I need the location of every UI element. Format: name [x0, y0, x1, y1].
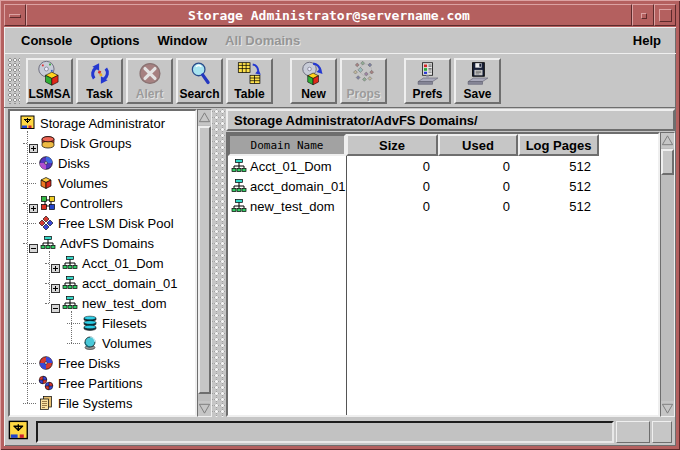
tree-connector [23, 403, 36, 404]
tree-item-volumes[interactable]: Volumes [10, 333, 195, 353]
expand-icon[interactable] [29, 139, 38, 148]
column-header-size[interactable]: Size [346, 134, 438, 156]
tree-scroll-track[interactable] [198, 125, 211, 401]
search-button[interactable]: Search [176, 58, 223, 104]
toolbar-group: LSMSATaskAlertSearchTable [26, 58, 276, 104]
tree-item-filesets[interactable]: Filesets [10, 313, 195, 333]
domain-name-cell: Acct_01_Dom [228, 158, 346, 174]
scroll-down-icon[interactable] [661, 401, 674, 416]
alert-button: Alert [126, 58, 173, 104]
menu-all-domains: All Domains [216, 30, 309, 51]
tree-item-controllers[interactable]: Controllers [10, 193, 195, 213]
tree-item-storage-administrator[interactable]: Storage Administrator [10, 113, 195, 133]
tree-item-free-partitions[interactable]: Free Partitions [10, 373, 195, 393]
tree-item-label: Disk Groups [60, 136, 132, 151]
breadcrumb-path: Storage Administrator/AdvFS Domains/ [226, 109, 675, 131]
domain-icon [231, 198, 247, 214]
domain-icon [231, 158, 247, 174]
tree-scrollbar[interactable] [197, 109, 212, 417]
used-cell: 0 [438, 199, 518, 214]
tree-item-disk-groups[interactable]: Disk Groups [10, 133, 195, 153]
log-pages-cell: 512 [518, 199, 599, 214]
table-row[interactable]: new_test_dom00512 [228, 196, 658, 216]
tree-connector [23, 243, 27, 244]
content-panel: Storage Administrator/AdvFS Domains/ Dom… [226, 109, 675, 417]
save-button[interactable]: Save [454, 58, 501, 104]
window-menu-button[interactable] [4, 4, 26, 26]
tree-item-label: AdvFS Domains [60, 236, 154, 251]
volume-sphere-icon [82, 335, 98, 351]
table-scroll-track[interactable] [661, 148, 674, 401]
table-row[interactable]: acct_domain_0100512 [228, 176, 658, 196]
storage-admin-icon [20, 115, 36, 131]
task-button[interactable]: Task [76, 58, 123, 104]
status-bar [4, 418, 676, 446]
tree-item-free-disks[interactable]: Free Disks [10, 353, 195, 373]
tree-item-acct-domain-01[interactable]: acct_domain_01 [10, 273, 195, 293]
toolbar-group: PrefsSave [404, 58, 504, 104]
column-header-log-pages[interactable]: Log Pages [518, 134, 599, 156]
tree-item-label: Filesets [102, 316, 147, 331]
alert-icon [135, 60, 165, 88]
table-column-headers: Domain NameSizeUsedLog Pages [228, 134, 658, 156]
maximize-button[interactable] [654, 4, 676, 26]
menu-help[interactable]: Help [624, 30, 670, 51]
menu-console[interactable]: Console [12, 30, 81, 51]
prefs-button[interactable]: Prefs [404, 58, 451, 104]
tree-view: Storage AdministratorDisk GroupsDisksVol… [8, 109, 197, 417]
new-button[interactable]: New [290, 58, 337, 104]
table-button[interactable]: Table [226, 58, 273, 104]
domain-name-label: acct_domain_01 [250, 179, 345, 194]
scroll-up-icon[interactable] [661, 133, 674, 148]
save-icon [463, 60, 493, 88]
tree-connector [67, 343, 80, 344]
collapse-icon[interactable] [51, 299, 60, 308]
domain-name-cell: new_test_dom [228, 198, 346, 214]
tree-item-volumes[interactable]: Volumes [10, 173, 195, 193]
domain-name-cell: acct_domain_01 [228, 178, 346, 194]
collapse-icon[interactable] [29, 239, 38, 248]
menu-window[interactable]: Window [148, 30, 216, 51]
domains-table: Domain NameSizeUsedLog Pages Acct_01_Dom… [226, 132, 660, 417]
tree-item-disks[interactable]: Disks [10, 153, 195, 173]
tree-item-label: Free LSM Disk Pool [58, 216, 174, 231]
table-scrollbar[interactable] [660, 132, 675, 417]
tree-connector [23, 223, 36, 224]
table-scroll-thumb[interactable] [661, 149, 674, 175]
domain-name-label: new_test_dom [250, 199, 335, 214]
lsmsa-button[interactable]: LSMSA [26, 58, 73, 104]
column-header-used[interactable]: Used [438, 134, 518, 156]
column-header-filler [599, 134, 658, 156]
scroll-down-icon[interactable] [198, 401, 211, 416]
domain-icon [62, 295, 78, 311]
tree-item-file-systems[interactable]: File Systems [10, 393, 195, 413]
splitter-sash[interactable] [212, 109, 226, 417]
tree-connector [23, 203, 27, 204]
toolbar-button-label: New [301, 88, 326, 101]
tree-item-advfs-domains[interactable]: AdvFS Domains [10, 233, 195, 253]
title-bar: Storage Administrator@servername.com [4, 4, 676, 26]
client-area: ConsoleOptionsWindowAll Domains Help LSM… [4, 27, 676, 446]
expand-icon[interactable] [29, 199, 38, 208]
toolbar-button-label: Task [86, 88, 112, 101]
controllers-icon [40, 195, 56, 211]
tree-item-acct-01-dom[interactable]: Acct_01_Dom [10, 253, 195, 273]
scroll-up-icon[interactable] [198, 110, 211, 125]
menu-options[interactable]: Options [81, 30, 148, 51]
column-header-domain-name[interactable]: Domain Name [228, 134, 346, 156]
new-icon [299, 60, 329, 88]
tree-scroll-thumb[interactable] [198, 126, 211, 394]
file-systems-icon [38, 395, 54, 411]
tree-item-new-test-dom[interactable]: new_test_dom [10, 293, 195, 313]
free-disks-icon [38, 355, 54, 371]
toolbar-grip[interactable] [8, 58, 20, 104]
props-icon [349, 60, 379, 88]
tree-item-free-lsm-disk-pool[interactable]: Free LSM Disk Pool [10, 213, 195, 233]
expand-icon[interactable] [51, 259, 60, 268]
expand-icon[interactable] [51, 279, 60, 288]
tree-item-label: Storage Administrator [40, 116, 165, 131]
minimize-button[interactable] [632, 4, 654, 26]
domain-name-label: Acct_01_Dom [250, 159, 332, 174]
table-body: Acct_01_Dom00512acct_domain_0100512new_t… [228, 156, 658, 415]
table-row[interactable]: Acct_01_Dom00512 [228, 156, 658, 176]
